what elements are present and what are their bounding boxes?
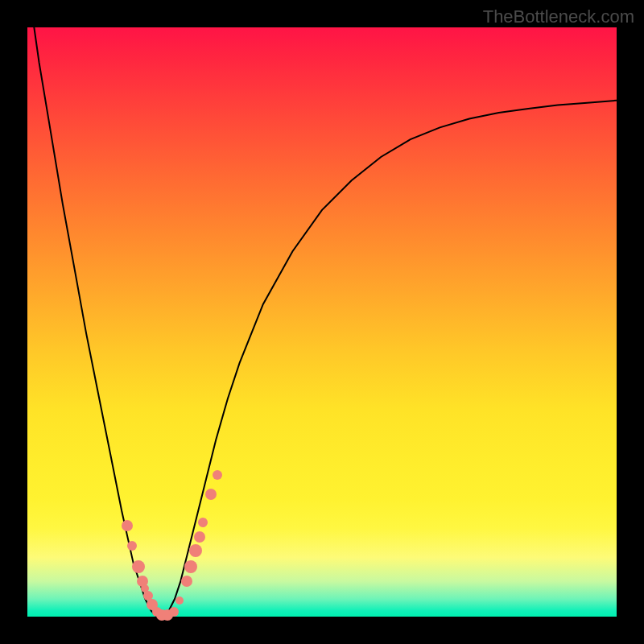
data-marker: [189, 544, 202, 557]
data-markers: [27, 27, 617, 617]
data-marker: [127, 541, 137, 551]
watermark-text: TheBottleneck.com: [483, 6, 634, 27]
data-marker: [184, 560, 197, 573]
data-marker: [132, 560, 145, 573]
data-marker: [181, 576, 192, 587]
data-marker: [213, 470, 222, 480]
data-marker: [205, 489, 217, 500]
data-marker: [175, 597, 184, 605]
data-marker: [194, 531, 205, 543]
data-marker: [169, 607, 179, 617]
chart-plot-area: [27, 27, 617, 617]
data-marker: [122, 520, 133, 531]
data-marker: [198, 518, 208, 527]
